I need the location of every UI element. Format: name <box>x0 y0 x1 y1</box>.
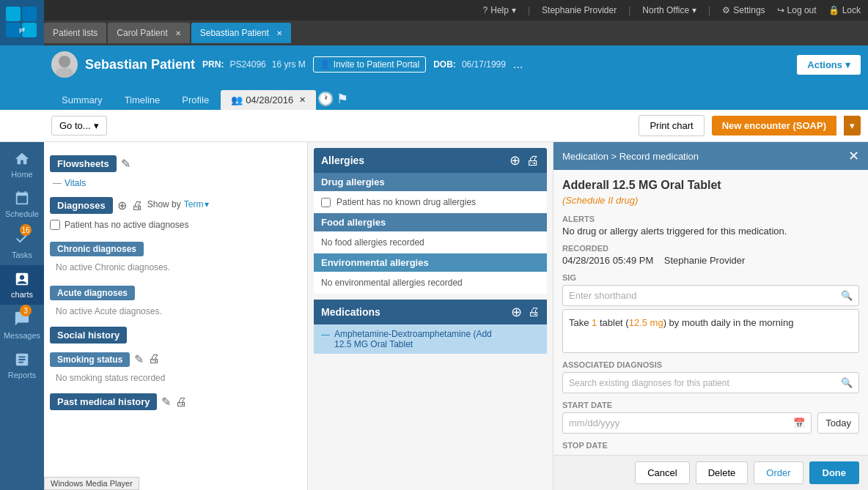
recorded-info: 04/28/2016 05:49 PM Stephanie Provider <box>562 255 859 266</box>
patient-header: Sebastian Patient PRN: PS24096 16 yrs M … <box>0 45 868 83</box>
windows-media-player-bar[interactable]: Windows Media Player <box>44 477 139 490</box>
date-close-icon[interactable]: ✕ <box>299 95 306 105</box>
no-acute-text: No active Acute diagnoses. <box>50 303 301 319</box>
actions-button[interactable]: Done Actions ▾ <box>797 55 861 75</box>
smoking-edit-icon[interactable]: ✎ <box>134 352 144 366</box>
med-panel-title: Medication > Record medication <box>562 151 699 162</box>
sidebar-item-messages[interactable]: 3 Messages <box>0 305 44 346</box>
allergies-print-icon[interactable]: 🖨 <box>526 153 540 168</box>
delete-button[interactable]: Delete <box>696 461 749 484</box>
tab-date[interactable]: 👥 04/28/2016 ✕ <box>221 90 316 110</box>
cancel-button[interactable]: Cancel <box>635 461 689 484</box>
close-icon[interactable]: ✕ <box>848 148 859 164</box>
avatar <box>51 51 78 78</box>
top-bar: ? Help ▾ | Stephanie Provider | North Of… <box>0 0 868 21</box>
past-medical-title: Past medical history <box>50 393 157 410</box>
sig-shorthand-input[interactable]: Enter shorthand 🔍 <box>562 285 859 306</box>
diagnoses-add-icon[interactable]: ⊕ <box>117 198 127 212</box>
med-detail-header: Medication > Record medication ✕ <box>553 142 868 170</box>
sig-search-icon: 🔍 <box>841 290 853 301</box>
goto-chevron-icon: ▾ <box>94 120 99 131</box>
svg-rect-2 <box>6 23 21 37</box>
clock-icon[interactable]: 🕐 <box>317 91 334 107</box>
patient-name: Sebastian Patient <box>85 57 195 73</box>
medications-print-icon[interactable]: 🖨 <box>528 305 540 319</box>
calendar-icon: 📅 <box>793 417 805 428</box>
past-medical-edit-icon[interactable]: ✎ <box>161 395 171 409</box>
sebastian-close-icon[interactable]: ✕ <box>276 29 282 37</box>
diagnosis-search-input[interactable]: Search existing diagnoses for this patie… <box>562 372 859 393</box>
food-allergy-header: Food allergies <box>314 213 547 231</box>
medications-title: Medications <box>321 306 505 318</box>
flowsheets-edit-icon[interactable]: ✎ <box>121 157 130 171</box>
today-button[interactable]: Today <box>817 412 859 434</box>
help-button[interactable]: ? Help ▾ <box>483 5 516 15</box>
done-button[interactable]: Done <box>809 461 860 484</box>
svg-rect-1 <box>22 7 37 21</box>
med-drug-schedule: (Schedule II drug) <box>562 195 859 206</box>
start-date-row: mm/dd/yyyy 📅 Today <box>562 412 859 434</box>
allergies-add-icon[interactable]: ⊕ <box>510 152 521 168</box>
provider-name: Stephanie Provider <box>542 5 617 15</box>
social-title: Social history <box>50 327 127 344</box>
allergies-section: Allergies ⊕ 🖨 Drug allergies Patient has… <box>314 148 547 294</box>
tasks-badge: 16 <box>20 224 32 236</box>
print-chart-button[interactable]: Print chart <box>639 115 704 136</box>
sebastian-patient-tab[interactable]: Sebastian Patient ✕ <box>191 23 291 43</box>
gear-icon: ⚙ <box>722 5 730 15</box>
vitals-item[interactable]: — Vitals <box>50 177 301 190</box>
prn-label: PRN: <box>202 59 224 70</box>
diagnoses-section-header: Diagnoses ⊕ 🖨 Show by Term ▾ <box>50 197 301 214</box>
order-button[interactable]: Order <box>754 461 803 484</box>
lock-button[interactable]: 🔒 Lock <box>828 5 861 15</box>
tab-profile[interactable]: Profile <box>172 90 219 110</box>
diagnosis-search-icon: 🔍 <box>841 377 853 388</box>
smoking-print-icon[interactable]: 🖨 <box>148 352 160 365</box>
no-drug-checkbox[interactable] <box>321 198 331 207</box>
diagnoses-print-icon[interactable]: 🖨 <box>131 199 143 212</box>
actions-chevron-icon: ▾ <box>845 59 850 70</box>
new-encounter-dropdown-button[interactable]: ▾ <box>844 116 861 136</box>
medication-item[interactable]: — Amphetamine-Dextroamphetamine (Add 12.… <box>314 324 547 354</box>
past-medical-print-icon[interactable]: 🖨 <box>175 396 187 409</box>
svg-text:pf: pf <box>19 26 25 33</box>
svg-rect-0 <box>6 7 21 21</box>
sig-text-area[interactable]: Take 1 tablet (12.5 mg) by mouth daily i… <box>562 309 859 353</box>
invite-portal-button[interactable]: 👤 Invite to Patient Portal <box>313 56 426 73</box>
drug-allergy-header: Drug allergies <box>314 173 547 191</box>
flag-icon[interactable]: ⚑ <box>336 91 348 107</box>
logout-button[interactable]: ↪ Log out <box>777 5 817 15</box>
svg-point-6 <box>56 67 73 78</box>
more-button[interactable]: ... <box>513 58 523 71</box>
sidebar-item-tasks[interactable]: 16 Tasks <box>0 224 44 265</box>
logout-icon: ↪ <box>777 5 784 15</box>
messages-badge: 3 <box>20 305 32 316</box>
term-button[interactable]: Term ▾ <box>184 199 210 209</box>
carol-close-icon[interactable]: ✕ <box>175 29 181 37</box>
sidebar-item-reports[interactable]: Reports <box>0 346 44 385</box>
office-chevron-icon: ▾ <box>692 5 696 15</box>
content-area: Flowsheets ✎ — Vitals Diagnoses ⊕ 🖨 Show… <box>44 142 868 490</box>
start-date-input[interactable]: mm/dd/yyyy 📅 <box>562 412 812 434</box>
tab-summary[interactable]: Summary <box>51 90 113 110</box>
env-allergy-header: Environmental allergies <box>314 253 547 272</box>
tab-timeline[interactable]: Timeline <box>114 90 171 110</box>
sidebar-item-charts[interactable]: charts <box>0 265 44 305</box>
sig-dose: 12.5 mg <box>629 317 663 328</box>
no-diagnoses-checkbox[interactable] <box>50 220 60 230</box>
patient-lists-tab[interactable]: Patient lists <box>44 23 106 43</box>
office-selector[interactable]: North Office ▾ <box>642 5 696 15</box>
help-chevron-icon: ▾ <box>512 5 516 15</box>
sidebar-item-home[interactable]: Home <box>0 145 44 185</box>
no-smoking-text: No smoking status recorded <box>50 370 301 386</box>
svg-point-5 <box>59 56 70 67</box>
new-encounter-button[interactable]: New encounter (SOAP) <box>712 116 836 136</box>
settings-button[interactable]: ⚙ Settings <box>722 5 765 15</box>
goto-button[interactable]: Go to... ▾ <box>51 116 107 136</box>
prn-value: PS24096 <box>229 59 265 70</box>
sub-tab-bar: Summary Timeline Profile 👥 04/28/2016 ✕ … <box>0 83 868 110</box>
dob-label: DOB: <box>433 59 456 70</box>
carol-patient-tab[interactable]: Carol Patient ✕ <box>108 23 189 43</box>
sidebar-item-schedule[interactable]: Schedule <box>0 185 44 224</box>
medications-add-icon[interactable]: ⊕ <box>511 304 522 320</box>
